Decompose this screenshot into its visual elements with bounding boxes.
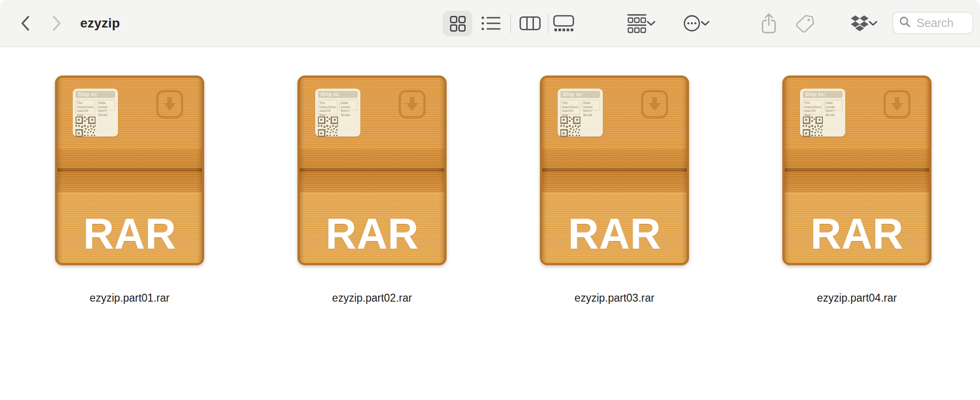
rar-badge: RAR bbox=[568, 209, 661, 258]
shipping-label: Ship to: The Unarchiver macOS App Data i… bbox=[800, 89, 845, 137]
icon-view-button[interactable] bbox=[443, 11, 472, 36]
box-seam bbox=[542, 168, 687, 172]
chevron-down-icon bbox=[701, 21, 710, 26]
download-stamp-icon bbox=[883, 90, 911, 118]
label-note: Data inside Don't Break bbox=[97, 100, 115, 110]
column-view-icon bbox=[519, 16, 541, 31]
gallery-view-icon bbox=[553, 15, 574, 32]
label-recipient: The Unarchiver macOS App bbox=[76, 100, 95, 115]
label-recipient: The Unarchiver macOS App bbox=[803, 100, 822, 115]
rar-file-icon: RAR Ship to: The Unarchiver macOS App Da… bbox=[782, 76, 932, 265]
file-name[interactable]: ezyzip.part04.rar bbox=[817, 291, 897, 304]
box-seam bbox=[300, 168, 444, 172]
more-actions-button[interactable] bbox=[678, 0, 714, 47]
rar-file-icon: RAR Ship to: The Unarchiver macOS App Da… bbox=[297, 76, 447, 265]
forward-button[interactable] bbox=[50, 0, 63, 47]
rar-badge: RAR bbox=[83, 209, 176, 258]
toolbar-separator bbox=[510, 14, 511, 33]
share-icon bbox=[760, 12, 777, 34]
chevron-down-icon bbox=[869, 21, 877, 26]
ship-to-header: Ship to: bbox=[560, 91, 600, 98]
box-seam bbox=[57, 168, 202, 172]
file-item[interactable]: RAR Ship to: The Unarchiver macOS App Da… bbox=[782, 76, 932, 304]
file-browser-content: RAR Ship to: The Unarchiver macOS App Da… bbox=[0, 47, 980, 400]
window-title: ezyzip bbox=[80, 0, 120, 47]
qr-code bbox=[318, 117, 338, 137]
shipping-label: Ship to: The Unarchiver macOS App Data i… bbox=[558, 89, 603, 137]
list-view-button[interactable] bbox=[479, 0, 503, 47]
ship-to-header: Ship to: bbox=[318, 91, 358, 98]
label-note: Data inside Don't Break bbox=[582, 100, 600, 110]
qr-code bbox=[803, 117, 823, 137]
chevron-left-icon bbox=[20, 15, 30, 31]
gallery-view-button[interactable] bbox=[552, 0, 575, 47]
dropbox-button[interactable] bbox=[848, 0, 880, 47]
file-item[interactable]: RAR Ship to: The Unarchiver macOS App Da… bbox=[297, 76, 447, 304]
download-stamp-icon bbox=[641, 90, 668, 118]
chevron-right-icon bbox=[52, 15, 62, 31]
list-view-icon bbox=[481, 15, 501, 31]
download-stamp-icon bbox=[156, 90, 183, 118]
tag-button[interactable] bbox=[794, 0, 815, 47]
shipping-label: Ship to: The Unarchiver macOS App Data i… bbox=[73, 89, 118, 137]
toolbar: ezyzip bbox=[0, 0, 980, 47]
shipping-label: Ship to: The Unarchiver macOS App Data i… bbox=[315, 89, 360, 137]
search-field[interactable] bbox=[892, 12, 973, 34]
ellipsis-circle-icon bbox=[683, 14, 701, 32]
file-item[interactable]: RAR Ship to: The Unarchiver macOS App Da… bbox=[55, 76, 204, 304]
rar-file-icon: RAR Ship to: The Unarchiver macOS App Da… bbox=[540, 76, 689, 265]
back-button[interactable] bbox=[19, 0, 32, 47]
grid-view-icon bbox=[449, 15, 467, 33]
label-recipient: The Unarchiver macOS App bbox=[318, 100, 338, 115]
dropbox-icon bbox=[851, 15, 869, 31]
qr-code bbox=[76, 117, 96, 137]
rar-badge: RAR bbox=[810, 209, 903, 258]
share-button[interactable] bbox=[760, 0, 778, 47]
file-name[interactable]: ezyzip.part03.rar bbox=[574, 291, 654, 304]
ship-to-header: Ship to: bbox=[76, 91, 115, 98]
box-seam bbox=[785, 168, 929, 172]
group-icon bbox=[627, 14, 647, 33]
chevron-down-icon bbox=[647, 21, 656, 26]
rar-badge: RAR bbox=[325, 209, 418, 258]
tag-icon bbox=[794, 14, 815, 33]
search-icon bbox=[899, 16, 911, 30]
file-name[interactable]: ezyzip.part02.rar bbox=[332, 291, 412, 304]
column-view-button[interactable] bbox=[518, 0, 542, 47]
group-button[interactable] bbox=[623, 0, 659, 47]
icon-grid: RAR Ship to: The Unarchiver macOS App Da… bbox=[0, 47, 980, 304]
ship-to-header: Ship to: bbox=[803, 91, 842, 98]
label-note: Data inside Don't Break bbox=[339, 100, 358, 110]
qr-code bbox=[560, 117, 580, 137]
finder-window: ezyzip bbox=[0, 0, 980, 400]
label-recipient: The Unarchiver macOS App bbox=[560, 100, 580, 115]
search-input[interactable] bbox=[916, 16, 969, 30]
toolbar-separator bbox=[548, 14, 549, 33]
rar-file-icon: RAR Ship to: The Unarchiver macOS App Da… bbox=[55, 76, 204, 265]
label-note: Data inside Don't Break bbox=[824, 100, 842, 110]
file-item[interactable]: RAR Ship to: The Unarchiver macOS App Da… bbox=[540, 76, 689, 304]
file-name[interactable]: ezyzip.part01.rar bbox=[90, 291, 169, 304]
download-stamp-icon bbox=[399, 90, 426, 118]
